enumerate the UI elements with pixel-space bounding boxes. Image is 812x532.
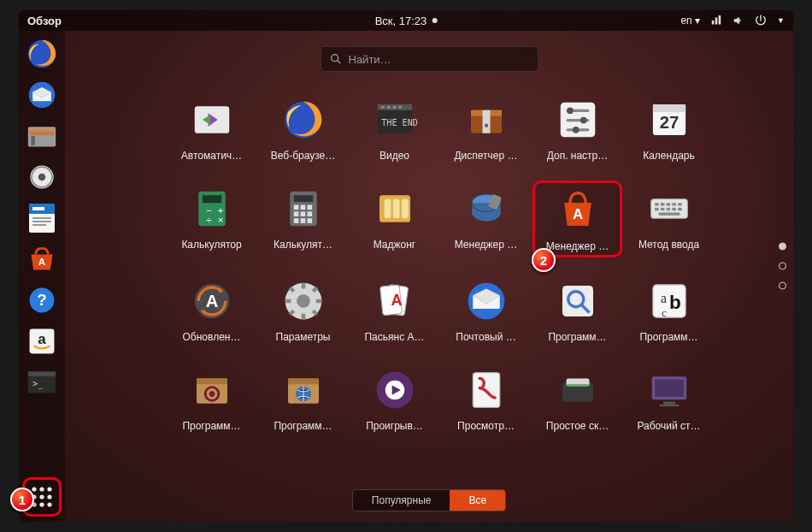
app-ubuntu-software[interactable]: AМенеджер … (533, 180, 622, 257)
app-settings[interactable]: Параметры (258, 273, 348, 346)
activities-button[interactable]: Обзор (27, 15, 62, 27)
app-firefox[interactable]: Веб-браузе… (258, 92, 348, 165)
svg-rect-66 (307, 205, 312, 210)
app-font-viewer[interactable]: abcПрограмм… (624, 273, 714, 346)
svg-rect-4 (30, 129, 55, 132)
app-totem[interactable]: THE ENDВидео (350, 92, 439, 165)
page-dot-2[interactable] (779, 263, 786, 270)
svg-text:THE END: THE END (381, 118, 418, 127)
svg-point-25 (47, 487, 51, 491)
app-tweaks[interactable]: Доп. настр… (533, 92, 622, 165)
font-viewer-icon: abc (644, 276, 694, 326)
app-scanner[interactable]: Простое ск… (533, 362, 622, 435)
dock-writer[interactable] (22, 198, 62, 238)
svg-rect-3 (30, 132, 55, 136)
page-dot-1[interactable] (779, 243, 786, 251)
power-icon[interactable] (755, 15, 767, 27)
calendar-icon: 27 (644, 95, 694, 145)
svg-rect-83 (660, 203, 664, 205)
svg-rect-64 (293, 205, 298, 210)
app-label: Метод ввода (638, 239, 699, 251)
search-input[interactable]: Найти… (321, 46, 538, 72)
svg-rect-75 (392, 199, 399, 219)
app-software-sources[interactable]: Автоматич… (167, 92, 256, 165)
desktop-remote-icon (644, 365, 694, 415)
input-language-indicator[interactable]: en ▾ (680, 15, 700, 27)
dock-thunderbird[interactable] (22, 75, 62, 115)
archive-manager-icon (462, 95, 511, 145)
svg-rect-63 (293, 195, 313, 202)
app-package-globe[interactable]: Программ… (258, 362, 348, 435)
dock-terminal[interactable]: >_ (22, 363, 62, 402)
svg-rect-69 (307, 211, 312, 216)
app-disk-utility[interactable]: Менеджер … (441, 180, 531, 257)
svg-point-0 (28, 40, 56, 68)
svg-text:÷: ÷ (206, 215, 211, 225)
app-desktop-remote[interactable]: Рабочий ст… (624, 362, 714, 435)
svg-rect-122 (663, 402, 675, 405)
app-software-updater[interactable]: AОбновлен… (167, 273, 256, 346)
svg-rect-76 (401, 199, 408, 219)
app-calculator[interactable]: −+÷×Калькулятор (167, 180, 256, 257)
app-label: Почтовый … (456, 331, 515, 343)
app-media-player[interactable]: Проигрыв… (350, 362, 439, 435)
svg-rect-2 (28, 127, 56, 146)
svg-rect-112 (288, 379, 319, 385)
view-tabs: Популярные Все (352, 489, 506, 511)
magnifier-icon (553, 276, 603, 326)
app-package-swirl[interactable]: Программ… (167, 362, 256, 435)
package-swirl-icon (187, 365, 237, 415)
network-icon[interactable] (710, 15, 722, 27)
svg-text:?: ? (37, 291, 46, 309)
search-icon (330, 53, 342, 65)
svg-rect-123 (659, 405, 679, 406)
svg-rect-67 (293, 211, 298, 216)
svg-rect-37 (381, 106, 384, 108)
app-calculator-alt[interactable]: Калькулят… (258, 180, 348, 257)
app-mahjong[interactable]: Маджонг (350, 180, 439, 257)
app-label: Программ… (274, 420, 332, 432)
tab-all[interactable]: Все (450, 490, 505, 511)
svg-rect-121 (655, 380, 684, 397)
volume-icon[interactable] (733, 15, 744, 27)
dock-rhythmbox[interactable] (22, 157, 62, 197)
dock-help[interactable]: ? (22, 281, 62, 320)
tab-frequent[interactable]: Популярные (353, 490, 450, 511)
search-placeholder: Найти… (349, 53, 391, 66)
app-label: Маджонг (374, 239, 416, 251)
svg-rect-21 (28, 371, 56, 375)
svg-text:27: 27 (659, 113, 679, 132)
svg-rect-5 (31, 136, 35, 145)
clock[interactable]: Вск, 17:23 (375, 15, 438, 27)
media-player-icon (370, 365, 420, 415)
page-dot-3[interactable] (779, 282, 786, 290)
svg-point-30 (39, 502, 44, 506)
page-indicator[interactable] (779, 243, 786, 290)
svg-text:−: − (206, 205, 212, 216)
system-chevron-icon[interactable]: ▼ (777, 16, 785, 25)
disk-utility-icon (462, 184, 511, 233)
app-solitaire[interactable]: AПасьянс А… (350, 273, 439, 346)
svg-text:b: b (669, 292, 681, 313)
app-keyboard[interactable]: Метод ввода (624, 180, 714, 257)
svg-rect-74 (384, 199, 391, 219)
svg-rect-70 (293, 218, 298, 223)
app-magnifier[interactable]: Программ… (533, 273, 622, 346)
app-calendar[interactable]: 27Календарь (624, 92, 714, 165)
dock-ubuntu-software[interactable]: A (22, 239, 62, 279)
svg-rect-13 (32, 221, 51, 222)
dock-files[interactable] (22, 116, 62, 156)
app-atril-viewer[interactable]: Просмотр… (441, 362, 531, 435)
app-label: Диспетчер … (454, 150, 517, 162)
svg-point-23 (32, 487, 36, 491)
calculator-icon: −+÷× (187, 184, 237, 233)
svg-rect-65 (300, 205, 305, 210)
dock-firefox[interactable] (22, 34, 62, 74)
svg-text:A: A (572, 206, 582, 222)
app-label: Просмотр… (457, 420, 515, 432)
dock-amazon[interactable]: a (22, 322, 62, 361)
svg-text:>_: >_ (32, 379, 43, 389)
app-thunderbird[interactable]: Почтовый … (441, 273, 531, 346)
annotation-badge-1: 1 (10, 488, 34, 511)
app-archive-manager[interactable]: Диспетчер … (441, 92, 531, 165)
